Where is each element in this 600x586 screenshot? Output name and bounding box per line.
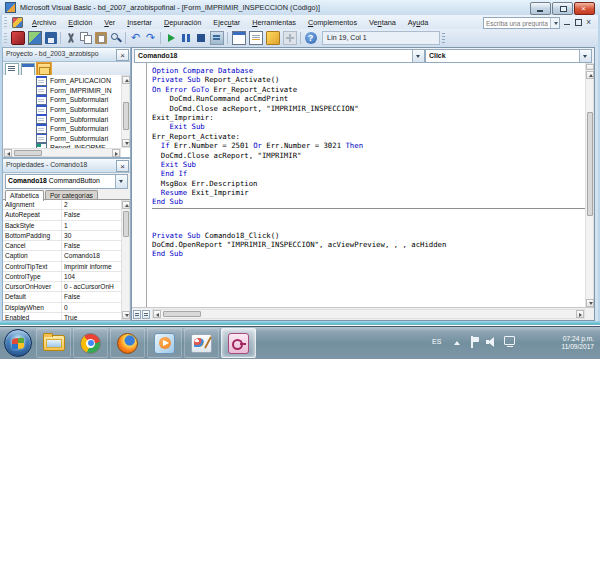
redo-icon[interactable]: [145, 32, 157, 44]
toolbox-icon[interactable]: [283, 31, 297, 45]
chevron-down-icon[interactable]: [579, 50, 591, 62]
save-icon[interactable]: [45, 32, 57, 44]
menu-item-ayuda[interactable]: Ayuda: [402, 16, 435, 29]
tree-item[interactable]: Form_Subformulari: [3, 124, 121, 134]
code-horizontal-scrollbar[interactable]: [152, 309, 585, 319]
menu-item-depuracion[interactable]: Depuración: [158, 16, 207, 29]
firefox-taskbar-button[interactable]: [110, 328, 145, 358]
show-hidden-icons-icon[interactable]: [454, 341, 460, 345]
property-value[interactable]: 30: [62, 231, 121, 240]
property-row[interactable]: BottomPadding30: [3, 231, 121, 241]
property-row[interactable]: Alignment2: [3, 200, 121, 210]
scroll-up-icon[interactable]: [586, 71, 594, 79]
tree-item[interactable]: Form_IMPRIMIR_IN: [3, 86, 121, 96]
menu-item-ver[interactable]: Ver: [98, 16, 121, 29]
property-row[interactable]: AutoRepeatFalse: [3, 210, 121, 220]
start-button[interactable]: [4, 329, 32, 357]
app-icon[interactable]: [11, 31, 25, 45]
paste-icon[interactable]: [95, 32, 107, 44]
module-view-button[interactable]: [142, 310, 150, 319]
mdi-restore-button[interactable]: [573, 17, 584, 27]
scroll-thumb[interactable]: [123, 102, 129, 130]
scroll-thumb[interactable]: [587, 112, 593, 216]
tree-item[interactable]: Form_APLICACION: [3, 76, 121, 86]
menu-item-complementos[interactable]: Complementos: [302, 16, 363, 29]
chevron-down-icon[interactable]: [115, 175, 127, 188]
project-vertical-scrollbar[interactable]: [121, 75, 130, 148]
property-value[interactable]: True: [62, 313, 121, 320]
code-vertical-scrollbar[interactable]: [585, 63, 594, 308]
chrome-taskbar-button[interactable]: [73, 328, 108, 358]
properties-panel-header[interactable]: Propiedades - Comando18: [3, 159, 130, 173]
scroll-thumb[interactable]: [14, 150, 42, 156]
scroll-down-icon[interactable]: [586, 299, 594, 307]
tree-item[interactable]: Form_Subformulari: [3, 95, 121, 105]
property-row[interactable]: BackStyle1: [3, 221, 121, 231]
break-icon[interactable]: [180, 32, 192, 44]
menu-item-ejecutar[interactable]: Ejecutar: [207, 16, 246, 29]
properties-vertical-scrollbar[interactable]: [121, 200, 130, 320]
mdi-minimize-button[interactable]: [562, 17, 573, 27]
maximize-button[interactable]: [552, 2, 573, 15]
scroll-left-icon[interactable]: [4, 149, 12, 157]
design-mode-icon[interactable]: [210, 31, 224, 45]
scroll-thumb[interactable]: [123, 211, 129, 237]
object-browser-icon[interactable]: [266, 31, 280, 45]
scroll-up-icon[interactable]: [122, 201, 130, 209]
project-explorer-icon[interactable]: [232, 31, 246, 45]
project-horizontal-scrollbar[interactable]: [3, 148, 121, 157]
property-value[interactable]: 1: [62, 221, 121, 230]
property-row[interactable]: CursorOnHover0 - acCursorOnH: [3, 282, 121, 292]
property-value[interactable]: False: [62, 241, 121, 250]
split-handle[interactable]: [586, 64, 594, 70]
property-row[interactable]: DisplayWhen0: [3, 303, 121, 313]
property-row[interactable]: EnabledTrue: [3, 313, 121, 320]
menu-item-insertar[interactable]: Insertar: [121, 16, 158, 29]
explorer-taskbar-button[interactable]: [36, 328, 71, 358]
property-value[interactable]: 104: [62, 272, 121, 281]
scroll-down-icon[interactable]: [122, 311, 130, 319]
property-row[interactable]: CancelFalse: [3, 241, 121, 251]
chevron-down-icon[interactable]: [412, 50, 424, 62]
title-bar[interactable]: Microsoft Visual Basic - bd_2007_arzobis…: [0, 0, 600, 15]
tree-item[interactable]: Form_Subformulari: [3, 114, 121, 124]
properties-close-icon[interactable]: [116, 160, 129, 172]
action-center-flag-icon[interactable]: [470, 336, 479, 348]
access-taskbar-button[interactable]: [221, 328, 256, 358]
mdi-close-button[interactable]: [584, 17, 595, 27]
property-value[interactable]: Imprimir informe: [62, 262, 121, 271]
help-icon[interactable]: [305, 32, 317, 44]
code-editor[interactable]: Option Compare DatabasePrivate Sub Repor…: [132, 63, 585, 308]
close-button[interactable]: [574, 2, 595, 15]
view-code-icon[interactable]: [5, 63, 19, 76]
property-row[interactable]: DefaultFalse: [3, 292, 121, 302]
scroll-left-icon[interactable]: [153, 310, 161, 318]
menu-item-archivo[interactable]: Archivo: [26, 16, 62, 29]
minimize-button[interactable]: [530, 2, 551, 15]
menu-item-ventana[interactable]: Ventana: [363, 16, 402, 29]
property-row[interactable]: ControlTipTextImprimir informe: [3, 262, 121, 272]
menu-item-edicion[interactable]: Edición: [62, 16, 98, 29]
project-panel-header[interactable]: Proyecto - bd_2003_arzobispo: [3, 48, 130, 62]
project-tree[interactable]: Form_APLICACIONForm_IMPRIMIR_INForm_Subf…: [3, 75, 130, 157]
toggle-folders-icon[interactable]: [37, 63, 51, 76]
paint-taskbar-button[interactable]: [184, 328, 219, 358]
property-row[interactable]: CaptionComando18: [3, 251, 121, 261]
insert-object-icon[interactable]: [28, 31, 42, 45]
scroll-right-icon[interactable]: [112, 149, 120, 157]
copy-icon[interactable]: [80, 32, 92, 44]
run-icon[interactable]: [165, 32, 177, 44]
tree-item[interactable]: Form_Subformulari: [3, 134, 121, 144]
network-icon[interactable]: [504, 336, 516, 347]
scroll-down-icon[interactable]: [122, 139, 130, 147]
tree-item[interactable]: Form_Subformulari: [3, 105, 121, 115]
project-close-icon[interactable]: [116, 49, 129, 61]
object-dropdown[interactable]: Comando18: [134, 49, 425, 63]
property-value[interactable]: 2: [62, 200, 121, 209]
view-object-icon[interactable]: [21, 63, 35, 76]
property-value[interactable]: 0 - acCursorOnH: [62, 282, 121, 291]
media-player-taskbar-button[interactable]: [147, 328, 182, 358]
property-value[interactable]: Comando18: [62, 251, 121, 260]
tab-alphabetic[interactable]: Alfabética: [5, 190, 44, 201]
property-value[interactable]: False: [62, 292, 121, 301]
